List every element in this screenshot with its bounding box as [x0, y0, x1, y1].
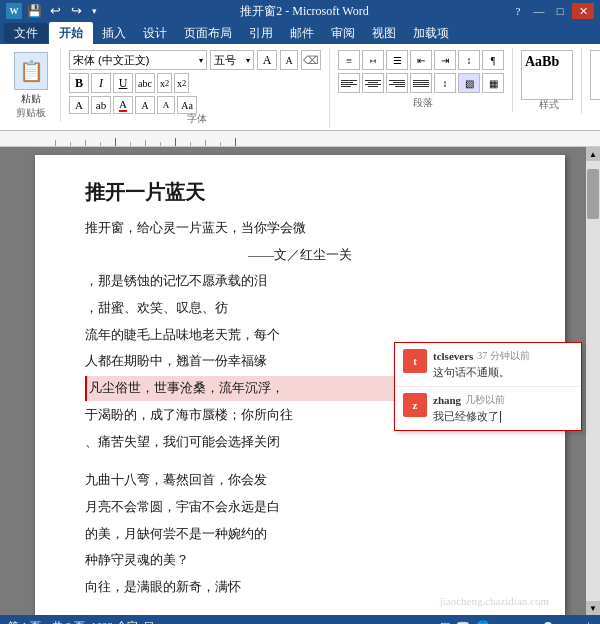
- word-count: 1609 个字: [91, 619, 138, 625]
- shading-btn[interactable]: ▧: [458, 73, 480, 93]
- zoom-in-btn[interactable]: +: [585, 619, 592, 625]
- font-group-label: 字体: [187, 112, 207, 126]
- comment-user-2: zhang: [433, 394, 461, 406]
- doc-paragraph-2: ，那是锈蚀的记忆不愿承载的泪: [85, 269, 515, 294]
- paste-icon: 📋: [14, 52, 48, 90]
- style-group: AaBb 样式: [517, 48, 582, 114]
- menu-item-file[interactable]: 文件: [4, 23, 48, 43]
- comment-time-1: 37 分钟以前: [477, 349, 530, 363]
- border-btn[interactable]: ▦: [482, 73, 504, 93]
- doc-paragraph-7: 、痛苦失望，我们可能会选择关闭: [85, 430, 515, 455]
- edit-box[interactable]: ✏️ 编辑: [590, 50, 600, 100]
- ribbon-content: 📋 粘贴 剪贴板 宋体 (中文正文) ▾ 五号 ▾ A A ⌫ B I U ab…: [0, 44, 600, 131]
- doc-paragraph-divider: ——文／红尘一关: [85, 243, 515, 268]
- strikethrough-button[interactable]: abc: [135, 73, 155, 93]
- doc-paragraph-9: 月亮不会常圆，宇宙不会永远是白: [85, 495, 515, 520]
- menu-item-review[interactable]: 审阅: [323, 23, 363, 43]
- indent-dec-btn[interactable]: ⇤: [410, 50, 432, 70]
- menu-bar: 文件 开始 插入 设计 页面布局 引用 邮件 审阅 视图 加载项: [0, 22, 600, 44]
- close-button[interactable]: ✕: [572, 3, 594, 19]
- scroll-up-arrow[interactable]: ▲: [586, 147, 600, 161]
- font-size-dec-btn[interactable]: A: [157, 96, 175, 114]
- menu-item-references[interactable]: 引用: [241, 23, 281, 43]
- list-bullet-btn[interactable]: ≡: [338, 50, 360, 70]
- page-info: 第 1 页，共 2 页: [8, 619, 85, 625]
- view-mode-read[interactable]: 📖: [456, 620, 470, 625]
- quick-access-toolbar: W 💾 ↩ ↪ ▾ 推开窗2 - Microsoft Word ? — □ ✕: [0, 0, 600, 22]
- scroll-thumb[interactable]: [587, 169, 599, 219]
- view-mode-web[interactable]: 🌐: [476, 620, 490, 625]
- menu-item-addins[interactable]: 加载项: [405, 23, 457, 43]
- menu-item-insert[interactable]: 插入: [94, 23, 134, 43]
- underline-button[interactable]: U: [113, 73, 133, 93]
- lang-status: ☑: [144, 620, 154, 625]
- ruler: [0, 131, 600, 147]
- style-box[interactable]: AaBb: [521, 50, 573, 100]
- doc-paragraph-11: 种静守灵魂的美？: [85, 548, 515, 573]
- view-mode-print[interactable]: ▣: [440, 620, 450, 625]
- show-formatting-btn[interactable]: ¶: [482, 50, 504, 70]
- title-bar-center: 推开窗2 - Microsoft Word: [103, 3, 506, 20]
- doc-paragraph-3: ，甜蜜、欢笑、叹息、彷: [85, 296, 515, 321]
- align-justify-btn[interactable]: [410, 73, 432, 93]
- font-size-inc-btn[interactable]: A: [135, 96, 155, 114]
- list-outline-btn[interactable]: ☰: [386, 50, 408, 70]
- comment-item-1: t tclsevers 37 分钟以前 这句话不通顺。: [395, 343, 581, 387]
- highlight-btn[interactable]: ab: [91, 96, 111, 114]
- undo-button[interactable]: ↩: [46, 2, 64, 20]
- word-icon: W: [6, 3, 22, 19]
- help-button[interactable]: ?: [509, 3, 527, 19]
- font-size-up-btn[interactable]: A: [257, 50, 277, 70]
- menu-item-design[interactable]: 设计: [135, 23, 175, 43]
- dropdown-icon[interactable]: ▾: [88, 2, 100, 20]
- maximize-button[interactable]: □: [551, 3, 569, 19]
- zoom-out-btn[interactable]: −: [502, 619, 509, 625]
- line-spacing-btn[interactable]: ↕: [434, 73, 456, 93]
- font-name-select[interactable]: 宋体 (中文正文) ▾: [69, 50, 207, 70]
- comment-body-1: tclsevers 37 分钟以前 这句话不通顺。: [433, 349, 573, 380]
- comment-popup: t tclsevers 37 分钟以前 这句话不通顺。 z zhang 几秒以前…: [394, 342, 582, 431]
- paste-label: 粘贴: [21, 92, 41, 106]
- comment-body-2: zhang 几秒以前 我已经修改了: [433, 393, 573, 424]
- italic-button[interactable]: I: [91, 73, 111, 93]
- status-bar: 第 1 页，共 2 页 1609 个字 ☑ ▣ 📖 🌐 − +: [0, 615, 600, 624]
- clipboard-group: 📋 粘贴 剪贴板: [6, 48, 61, 122]
- font-size-down-btn[interactable]: A: [280, 50, 298, 70]
- comment-time-2: 几秒以前: [465, 393, 505, 407]
- menu-item-home[interactable]: 开始: [49, 22, 93, 44]
- doc-paragraph-blank: [85, 456, 515, 468]
- list-number-btn[interactable]: ⑅: [362, 50, 384, 70]
- doc-paragraph-1: 推开窗，给心灵一片蓝天，当你学会微: [85, 216, 515, 241]
- menu-item-layout[interactable]: 页面布局: [176, 23, 240, 43]
- align-left-btn[interactable]: [338, 73, 360, 93]
- clear-format-btn[interactable]: ⌫: [301, 50, 321, 70]
- indent-inc-btn[interactable]: ⇥: [434, 50, 456, 70]
- save-button[interactable]: 💾: [25, 2, 43, 20]
- font-group: 宋体 (中文正文) ▾ 五号 ▾ A A ⌫ B I U abc x2 x2 A…: [65, 48, 330, 128]
- text-effect-btn[interactable]: A: [69, 96, 89, 114]
- comment-text-2: 我已经修改了: [433, 409, 573, 424]
- align-right-btn[interactable]: [386, 73, 408, 93]
- comment-item-2: z zhang 几秒以前 我已经修改了: [395, 387, 581, 430]
- comment-avatar-2: z: [403, 393, 427, 417]
- subscript-button[interactable]: x2: [157, 73, 172, 93]
- superscript-button[interactable]: x2: [174, 73, 189, 93]
- bold-button[interactable]: B: [69, 73, 89, 93]
- minimize-button[interactable]: —: [530, 3, 548, 19]
- v-scrollbar: ▲ ▼: [586, 147, 600, 615]
- doc-title: 推开一片蓝天: [85, 179, 515, 206]
- style-group-label: 样式: [539, 98, 559, 112]
- sort-btn[interactable]: ↕: [458, 50, 480, 70]
- doc-paragraph-8: 九曲十八弯，蓦然回首，你会发: [85, 468, 515, 493]
- para-group-label: 段落: [413, 96, 433, 110]
- edit-group: ✏️ 编辑 编辑: [586, 48, 600, 114]
- menu-item-mail[interactable]: 邮件: [282, 23, 322, 43]
- scroll-down-arrow[interactable]: ▼: [586, 601, 600, 615]
- menu-item-view[interactable]: 视图: [364, 23, 404, 43]
- paste-button[interactable]: 📋 粘贴: [10, 50, 52, 108]
- redo-button[interactable]: ↪: [67, 2, 85, 20]
- watermark: jiaocheng.chazidian.com: [440, 595, 549, 607]
- font-size-select[interactable]: 五号 ▾: [210, 50, 254, 70]
- font-color-btn[interactable]: A: [113, 96, 133, 114]
- align-center-btn[interactable]: [362, 73, 384, 93]
